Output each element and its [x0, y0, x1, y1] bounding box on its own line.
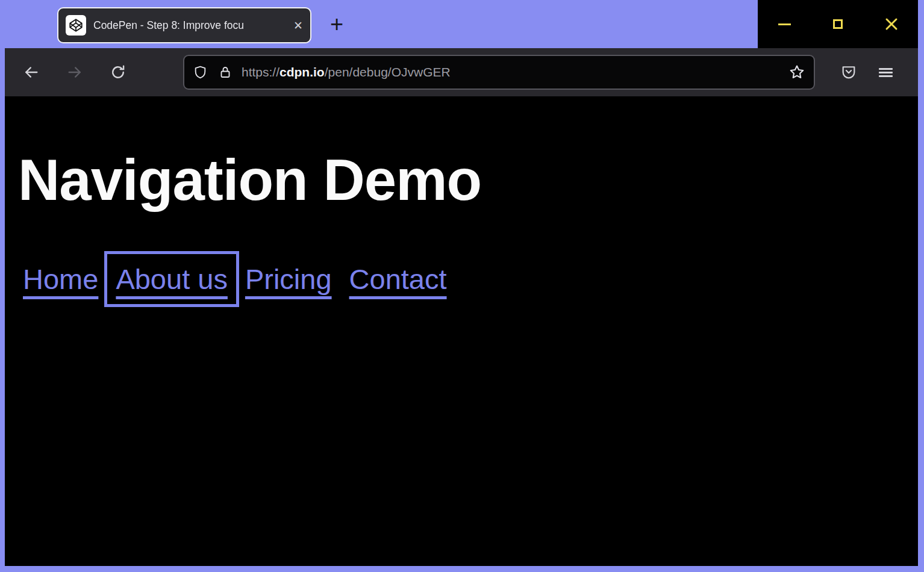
url-bar[interactable]: https://cdpn.io/pen/debug/OJvwGER	[183, 55, 815, 90]
url-path: /pen/debug/OJvwGER	[325, 65, 451, 79]
minimize-icon	[778, 23, 791, 25]
nav-link-contact[interactable]: Contact	[349, 263, 447, 296]
new-tab-button[interactable]: +	[324, 8, 349, 40]
nav-link-home[interactable]: Home	[23, 263, 98, 296]
navigation-toolbar: https://cdpn.io/pen/debug/OJvwGER	[5, 48, 918, 96]
forward-button[interactable]	[66, 64, 83, 81]
maximize-icon	[833, 19, 843, 29]
back-button[interactable]	[23, 64, 40, 81]
codepen-favicon-icon	[66, 15, 86, 36]
star-icon[interactable]	[788, 64, 805, 81]
url-scheme: https://	[242, 65, 279, 79]
active-tab[interactable]: CodePen - Step 8: Improve focu ✕	[57, 7, 311, 43]
forward-arrow-icon	[66, 64, 83, 81]
menu-button[interactable]	[879, 66, 893, 79]
hamburger-icon	[879, 66, 893, 79]
back-arrow-icon	[23, 64, 40, 81]
tab-close-icon[interactable]: ✕	[293, 20, 303, 31]
pocket-button[interactable]	[840, 64, 857, 81]
reload-button[interactable]	[110, 64, 126, 81]
minimize-button[interactable]	[758, 0, 811, 48]
maximize-button[interactable]	[811, 0, 865, 48]
page-content: Navigation Demo Home About us Pricing Co…	[5, 96, 918, 566]
reload-icon	[110, 64, 126, 81]
site-navigation: Home About us Pricing Contact	[23, 263, 918, 296]
url-text: https://cdpn.io/pen/debug/OJvwGER	[242, 65, 451, 79]
pocket-icon	[840, 64, 857, 81]
page-title: Navigation Demo	[18, 148, 918, 212]
window-controls	[758, 0, 918, 48]
nav-link-about-us[interactable]: About us	[116, 263, 228, 296]
nav-link-pricing[interactable]: Pricing	[245, 263, 332, 296]
browser-window: CodePen - Step 8: Improve focu ✕ +	[0, 0, 924, 572]
tab-title: CodePen - Step 8: Improve focu	[93, 19, 291, 32]
close-button[interactable]	[864, 0, 918, 48]
close-icon	[885, 17, 898, 31]
shield-icon[interactable]	[193, 64, 208, 81]
lock-icon[interactable]	[218, 64, 233, 80]
url-domain: cdpn.io	[279, 65, 325, 79]
tab-bar: CodePen - Step 8: Improve focu ✕ +	[0, 0, 924, 48]
